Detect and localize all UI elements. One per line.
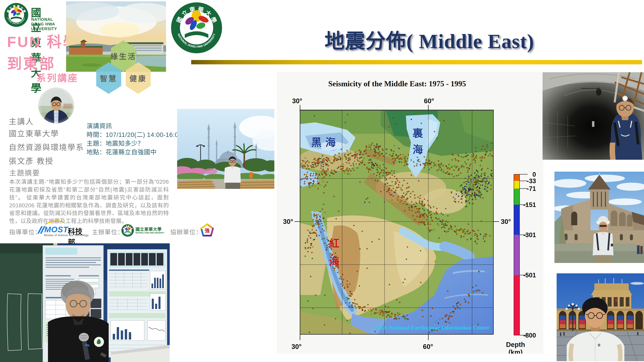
depth-tick-4: -301 — [523, 231, 536, 239]
speaker-university: 國立東華大學 — [9, 127, 59, 138]
lecture-info-topic: 主題：地震知多少？ — [86, 138, 144, 147]
lecture-info-location: 地點：花蓮縣立自強國中 — [86, 147, 157, 156]
presentation-slide: 國 立 東 華 大 學 NATIONAL DONG HWA UNIVERSITY… — [0, 0, 644, 362]
title-seal-icon — [170, 1, 224, 55]
axis-top-left: 30° — [292, 97, 302, 105]
most-acronym: MOST — [44, 225, 68, 234]
host-name-cn: 國立東華大學 — [136, 226, 164, 232]
axis-bottom-right: 60° — [423, 343, 433, 350]
series-title-line3: 系列講座 — [36, 70, 78, 84]
mosque-photo — [177, 109, 274, 189]
depth-label-line1: Depth — [506, 341, 525, 348]
series-title-line2: 到東部 — [7, 52, 55, 73]
speaker-photo — [38, 87, 74, 123]
map-credit: USGS National Earthquake Information Cen… — [372, 325, 490, 331]
co-label: 協辦單位： — [170, 227, 202, 236]
depth-tick-0: 0 — [532, 171, 536, 178]
host-label: 主辦單位： — [92, 227, 124, 236]
museum-photo — [556, 273, 644, 361]
hexagon-wisdom-label: 智慧 — [100, 73, 118, 83]
co-logo: 強 — [200, 223, 215, 238]
depth-tick-3: -151 — [523, 201, 536, 208]
advisor-label: 指導單位： — [9, 227, 41, 236]
page-title: 地震分佈( Middle East) — [285, 25, 574, 54]
abstract-body: 本次演講主題-“地震知多少?”包括兩個部分；第一部分為“0206 花蓮地震初探及… — [9, 178, 169, 225]
depth-tick-5: -501 — [523, 272, 536, 279]
axis-bottom-left: 30° — [292, 343, 302, 350]
map-title: Seismicity of the Middle East: 1975 - 19… — [328, 79, 466, 88]
lecture-info-time: 時間：107/11/20(二) 14:00-16:00 — [86, 130, 182, 139]
hexagon-green-life-label: 綠生活 — [110, 51, 136, 61]
depth-tick-1: -33 — [527, 177, 536, 185]
sea-label-caspian-sea: 裏海 — [409, 128, 424, 161]
presentation-photo — [0, 243, 170, 362]
speaker-name: 張文彥 教授 — [9, 155, 54, 166]
cathedral-photo — [554, 172, 644, 263]
university-seal-icon — [4, 2, 29, 27]
poster-right — [107, 249, 167, 357]
host-name-en: NATIONAL DONG HWA UNIVERSITY — [136, 232, 164, 234]
most-en: Ministry of Science and Technology — [44, 234, 88, 237]
hexagon-health-label: 健康 — [130, 73, 147, 83]
speaker-department: 自然資源與環境學系 — [9, 141, 84, 152]
most-logo: MOST 科技部 Ministry of Science and Technol… — [39, 223, 89, 238]
host-logo-text: 國立東華大學 NATIONAL DONG HWA UNIVERSITY — [136, 226, 164, 234]
axis-right: 30° — [501, 218, 511, 225]
tunnel-photo — [542, 72, 644, 160]
depth-tick-2: -71 — [527, 185, 536, 192]
co-glyph: 強 — [204, 228, 210, 233]
axis-left: 30° — [283, 218, 293, 225]
gold-divider — [191, 60, 642, 64]
sea-label-red-sea: 紅海 — [326, 238, 341, 274]
seismicity-figure: Seismicity of the Middle East: 1975 - 19… — [277, 72, 544, 354]
axis-top-right: 60° — [424, 97, 434, 105]
speaker-role: 主講人 — [9, 115, 34, 126]
header-logo-en: NATIONAL DONG HWA UNIVERSITY — [31, 17, 57, 31]
lecture-info-heading: 演講資訊 — [86, 121, 112, 130]
abstract-heading: 主題摘要 — [9, 167, 40, 177]
depth-tick-6: -800 — [523, 332, 536, 339]
sea-label-black-sea: 黑海 — [311, 134, 340, 149]
depth-label-line2: (km) — [508, 349, 522, 354]
host-logo-seal-icon — [121, 224, 134, 237]
